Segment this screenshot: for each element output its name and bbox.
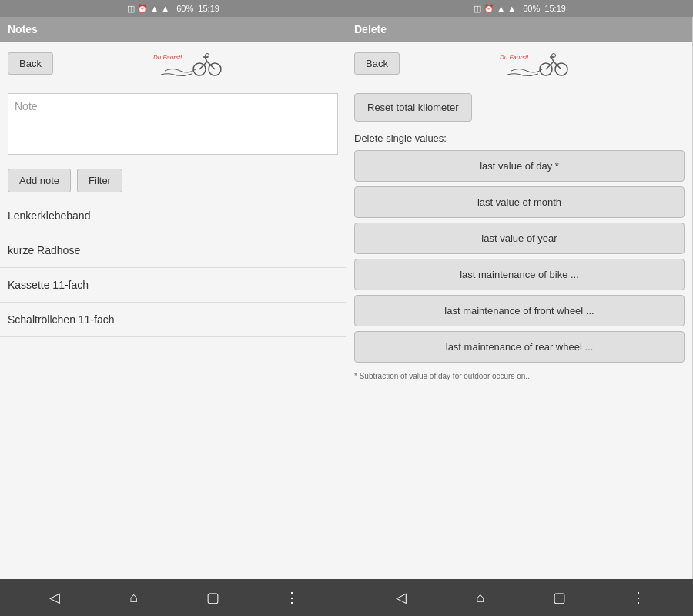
note-input[interactable]: Note — [8, 93, 338, 155]
nav-home-left[interactable]: ⌂ — [120, 584, 148, 611]
notes-header: Back Du Faurst! — [0, 42, 346, 85]
delete-section-label: Delete single values: — [354, 132, 685, 144]
status-time-left: 15:19 — [198, 4, 219, 13]
delete-last-maintenance-bike-button[interactable]: last maintenance of bike ... — [354, 259, 685, 290]
nav-back-left[interactable]: ◁ — [41, 584, 69, 611]
note-action-buttons: Add note Filter — [0, 162, 346, 199]
delete-header: Back Du Faurst! — [346, 42, 692, 85]
nav-square-right[interactable]: ▢ — [545, 584, 573, 611]
status-bar-left: ◫ ⏰ ▲ ▲ 60% 15:19 — [0, 0, 346, 17]
logo-svg-left: Du Faurst! — [149, 48, 242, 79]
status-bar-right: ◫ ⏰ ▲ ▲ 60% 15:19 — [346, 0, 693, 17]
logo-svg-right: Du Faurst! — [496, 48, 588, 79]
svg-text:Du Faurst!: Du Faurst! — [500, 54, 529, 61]
notes-panel: Notes Back Du Faurst! — [0, 17, 346, 579]
notes-back-button[interactable]: Back — [8, 52, 53, 75]
nav-square-left[interactable]: ▢ — [199, 584, 226, 611]
svg-text:Du Faurst!: Du Faurst! — [153, 54, 182, 61]
delete-titlebar: Delete — [346, 17, 692, 42]
delete-back-button[interactable]: Back — [354, 52, 400, 75]
delete-panel: Delete Back Du Faurst! Res — [346, 17, 693, 579]
notes-titlebar: Notes — [0, 17, 346, 42]
notes-title: Notes — [8, 23, 38, 35]
reset-total-km-button[interactable]: Reset total kilometer — [354, 93, 472, 122]
status-time-right: 15:19 — [544, 4, 566, 13]
nav-dots-left[interactable]: ⋮ — [278, 584, 306, 611]
filter-button[interactable]: Filter — [77, 169, 122, 192]
list-item[interactable]: Lenkerklebeband — [0, 199, 346, 233]
list-item[interactable]: Kassette 11-fach — [0, 268, 346, 303]
nav-dots-right[interactable]: ⋮ — [624, 584, 652, 611]
delete-last-maintenance-rear-wheel-button[interactable]: last maintenance of rear wheel ... — [354, 331, 685, 363]
notes-list: Lenkerklebeband kurze Radhose Kassette 1… — [0, 199, 346, 579]
nav-bar: ◁ ⌂ ▢ ⋮ ◁ ⌂ ▢ ⋮ — [0, 579, 693, 616]
nav-home-right[interactable]: ⌂ — [467, 584, 494, 611]
status-icons-left: ◫ ⏰ ▲ ▲ 60% — [127, 4, 198, 14]
delete-title: Delete — [354, 23, 387, 35]
notes-logo: Du Faurst! — [53, 48, 338, 79]
list-item[interactable]: Schaltröllchen 11-fach — [0, 303, 346, 337]
delete-content: Reset total kilometer Delete single valu… — [346, 85, 692, 579]
nav-bar-left: ◁ ⌂ ▢ ⋮ — [0, 579, 346, 616]
panels-container: Notes Back Du Faurst! — [0, 17, 693, 579]
add-note-button[interactable]: Add note — [8, 169, 71, 192]
delete-last-value-month-button[interactable]: last value of month — [354, 186, 685, 218]
list-item[interactable]: kurze Radhose — [0, 233, 346, 268]
note-placeholder: Note — [15, 100, 38, 112]
status-icons-right: ◫ ⏰ ▲ ▲ 60% — [474, 4, 544, 14]
delete-last-maintenance-front-wheel-button[interactable]: last maintenance of front wheel ... — [354, 295, 685, 326]
delete-last-value-year-button[interactable]: last value of year — [354, 223, 685, 254]
footnote: * Subtraction of value of day for outdoo… — [354, 367, 685, 380]
nav-back-right[interactable]: ◁ — [387, 584, 415, 611]
nav-bar-right: ◁ ⌂ ▢ ⋮ — [346, 579, 693, 616]
delete-last-value-day-button[interactable]: last value of day * — [354, 150, 685, 182]
delete-logo: Du Faurst! — [400, 48, 685, 79]
status-bar: ◫ ⏰ ▲ ▲ 60% 15:19 ◫ ⏰ ▲ ▲ 60% 15:19 — [0, 0, 693, 17]
